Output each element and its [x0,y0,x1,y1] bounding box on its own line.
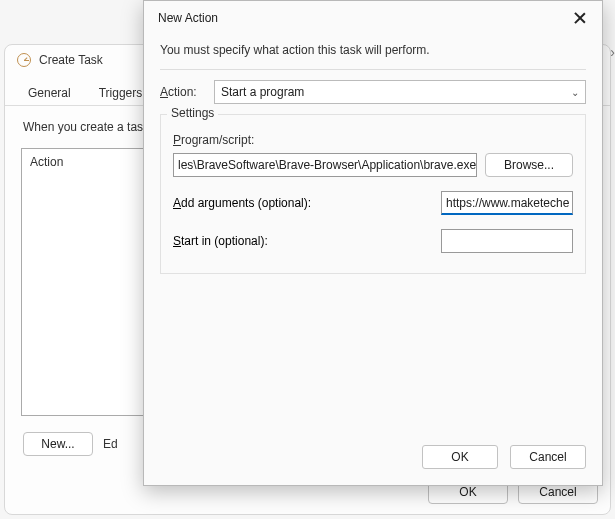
new-action-dialog: New Action You must specify what action … [143,0,603,486]
add-arguments-label: Add arguments (optional): [173,196,311,210]
start-in-label: Start in (optional): [173,234,268,248]
edit-action-button[interactable]: Ed [103,437,118,451]
close-button[interactable] [564,7,596,29]
browse-button[interactable]: Browse... [485,153,573,177]
create-task-title: Create Task [39,53,103,67]
settings-groupbox: Settings Program/script: les\BraveSoftwa… [160,114,586,274]
new-action-button[interactable]: New... [23,432,93,456]
action-combobox[interactable]: Start a program ⌄ [214,80,586,104]
program-script-label: Program/script: [173,133,573,147]
program-script-value: les\BraveSoftware\Brave-Browser\Applicat… [178,158,477,172]
tab-general[interactable]: General [15,79,84,105]
program-script-input[interactable]: les\BraveSoftware\Brave-Browser\Applicat… [173,153,477,177]
cancel-button[interactable]: Cancel [510,445,586,469]
clock-icon [17,53,31,67]
add-arguments-value: https://www.maketeche [446,196,569,210]
start-in-input[interactable] [441,229,573,253]
ok-button[interactable]: OK [422,445,498,469]
action-label: Action: [160,85,206,99]
chevron-down-icon: ⌄ [571,87,579,98]
dialog-instruction: You must specify what action this task w… [160,43,586,57]
settings-legend: Settings [167,106,218,120]
add-arguments-input[interactable]: https://www.maketeche [441,191,573,215]
dialog-title: New Action [158,11,218,25]
divider [160,69,586,70]
close-icon [574,12,586,24]
scroll-chevron-icon: › [610,44,615,60]
action-combobox-value: Start a program [221,85,304,99]
